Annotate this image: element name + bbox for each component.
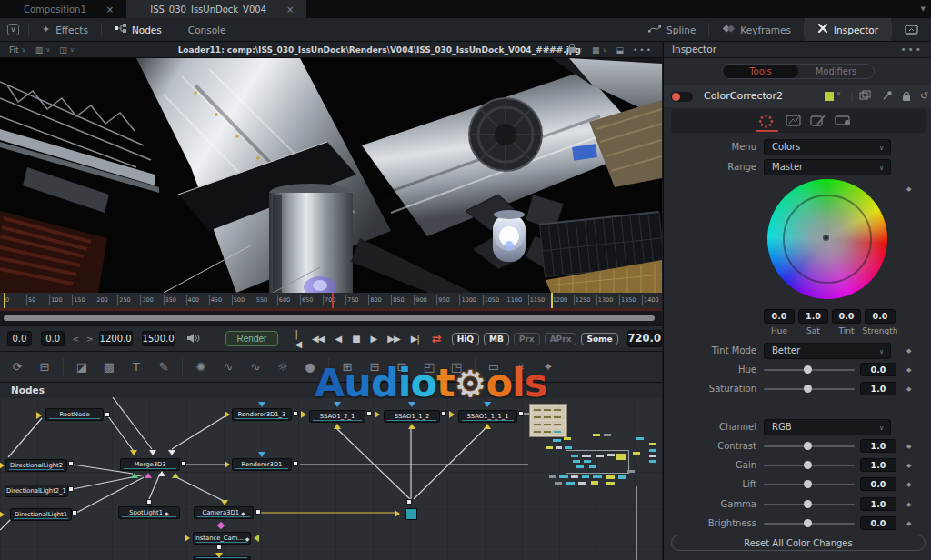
tint-value-field[interactable]: 0.0 xyxy=(832,309,861,324)
node[interactable]: SSAO1_2_1 xyxy=(309,410,365,423)
node-port[interactable] xyxy=(518,411,524,416)
close-icon[interactable]: × xyxy=(106,5,114,15)
keyframe-icon[interactable]: ◆ xyxy=(906,520,911,527)
keyframe-icon[interactable]: ◆ xyxy=(906,366,911,374)
node-port[interactable] xyxy=(484,424,491,429)
node-port[interactable] xyxy=(185,535,190,542)
sat-value-field[interactable]: 1.0 xyxy=(798,309,828,324)
node-port[interactable] xyxy=(149,450,156,455)
brightness-contrast-icon[interactable]: ☼ xyxy=(269,360,296,374)
node-port[interactable] xyxy=(334,424,341,429)
color-corrector-icon[interactable]: ✺ xyxy=(187,360,215,374)
viewer-channel-dropdown[interactable]: ◫∨ xyxy=(59,45,75,55)
render-end-field[interactable]: 1500.0 xyxy=(142,331,175,346)
gamma-value-field[interactable]: 1.0 xyxy=(860,497,896,511)
node-port[interactable] xyxy=(168,450,175,455)
console-button[interactable]: Console xyxy=(175,18,239,41)
node-port[interactable] xyxy=(221,500,228,505)
spline-button[interactable]: Spline xyxy=(636,18,708,41)
dissolve-icon[interactable]: ⊟ xyxy=(361,360,388,374)
transform-icon[interactable]: ◰ xyxy=(415,360,443,374)
paint-icon[interactable]: ✎ xyxy=(150,360,177,374)
reset-icon[interactable]: ↺ xyxy=(920,90,928,102)
composition-tab[interactable]: ISS_030_IssUnDock_V004× xyxy=(126,0,306,18)
keyframe-icon[interactable]: ◆ xyxy=(906,185,911,193)
tint-mode-dropdown[interactable]: Better∨ xyxy=(764,343,891,359)
keyframe-icon[interactable]: ◆ xyxy=(906,501,911,508)
flag-hiq[interactable]: HiQ xyxy=(452,333,479,345)
fast-forward-button[interactable]: ▶▶ xyxy=(387,334,399,344)
node-port[interactable] xyxy=(131,473,138,478)
node-graph[interactable]: RootNodeDirectionalLight2DirectionalLigh… xyxy=(0,397,662,560)
skip-to-start-button[interactable]: |◀ xyxy=(295,329,301,349)
levels-tab-icon[interactable] xyxy=(786,114,801,131)
flag-mb[interactable]: MB xyxy=(484,333,509,345)
slider-knob[interactable] xyxy=(804,442,812,450)
node-port[interactable] xyxy=(255,509,261,515)
node-port[interactable] xyxy=(301,411,306,418)
options-tab-icon[interactable] xyxy=(835,114,853,131)
paste-icon[interactable]: ⊟ xyxy=(31,360,58,374)
node[interactable]: Camera3D1◆ xyxy=(194,506,254,519)
viewer-image[interactable] xyxy=(0,58,662,293)
strength-value-field[interactable]: 0.0 xyxy=(865,309,896,324)
slider-knob[interactable] xyxy=(804,385,812,393)
keyframe-icon[interactable]: ◆ xyxy=(906,443,911,450)
tool-enable-toggle[interactable] xyxy=(671,92,693,102)
loop-icon[interactable]: ⇄ xyxy=(432,332,442,345)
node[interactable]: SSAO1_1_2 xyxy=(384,410,440,423)
node-swatch[interactable] xyxy=(405,508,417,520)
node-port[interactable] xyxy=(408,402,415,407)
viewer-fit-dropdown[interactable]: Fit∨ xyxy=(9,45,26,55)
node-port[interactable] xyxy=(72,510,77,515)
keyframe-icon[interactable]: ◆ xyxy=(906,462,911,469)
color-curves-icon[interactable]: ∿ xyxy=(215,360,242,374)
node-port[interactable] xyxy=(0,462,5,469)
channel-dropdown[interactable]: RGB∨ xyxy=(764,419,891,435)
gain-value-field[interactable]: 1.0 xyxy=(860,458,896,472)
node[interactable]: Instance_Cam...◆ xyxy=(193,532,251,545)
saver-icon[interactable]: ▩ xyxy=(95,360,123,374)
text-icon[interactable]: T xyxy=(123,360,150,374)
node-port[interactable] xyxy=(181,461,186,466)
tile-color-chip[interactable] xyxy=(825,92,834,101)
node-port[interactable] xyxy=(68,461,74,466)
wheel-indicator[interactable] xyxy=(823,235,829,241)
hue-value-field[interactable]: 0.0 xyxy=(764,309,795,324)
render-button[interactable]: Render xyxy=(225,331,279,346)
polygon-mask-icon[interactable]: ⌗ xyxy=(507,360,535,375)
inspector-button[interactable]: Inspector xyxy=(805,18,891,41)
fast-rewind-button[interactable]: ◀◀ xyxy=(312,334,324,344)
node-port[interactable] xyxy=(406,499,412,505)
node[interactable]: SpotLight1◆ xyxy=(118,506,180,519)
timeline-ruler[interactable]: 0501001502002503003504004505005506006507… xyxy=(0,293,662,308)
contrast-value-field[interactable]: 1.0 xyxy=(860,439,896,453)
render-start-field[interactable]: 1200.0 xyxy=(99,331,133,346)
viewer-split-button[interactable]: ⬓ xyxy=(616,45,625,55)
node-port[interactable] xyxy=(258,452,265,457)
color-wheel[interactable] xyxy=(767,179,887,299)
keyframe-icon[interactable]: ◆ xyxy=(906,347,911,355)
scrollbar-thumb[interactable] xyxy=(4,315,655,321)
node-port[interactable] xyxy=(225,411,230,418)
node-port[interactable] xyxy=(215,553,223,558)
node[interactable]: RootNode xyxy=(45,408,104,421)
node[interactable]: Renderer3D1_3 xyxy=(232,408,292,421)
viewer-lut-dropdown[interactable]: ▦∨ xyxy=(592,45,607,55)
loader-icon[interactable]: ◪ xyxy=(68,360,95,374)
node-port[interactable] xyxy=(395,510,400,517)
node-port[interactable] xyxy=(254,535,259,542)
slider-knob[interactable] xyxy=(804,365,812,374)
node-port[interactable] xyxy=(146,499,152,505)
close-icon[interactable]: × xyxy=(286,5,294,15)
node-port[interactable] xyxy=(293,411,298,416)
node-table-block[interactable] xyxy=(529,404,567,437)
node-port[interactable] xyxy=(216,545,222,550)
node-port[interactable] xyxy=(334,402,341,407)
io-icon[interactable]: ⟳ xyxy=(4,360,31,374)
node[interactable]: DirectionalLight2 xyxy=(5,459,67,472)
viewer-menu-button[interactable]: ••• xyxy=(633,45,653,55)
keyframe-icon[interactable]: ◆ xyxy=(906,385,911,393)
node-port[interactable] xyxy=(145,473,152,478)
flag-prx[interactable]: Prx xyxy=(514,333,540,345)
